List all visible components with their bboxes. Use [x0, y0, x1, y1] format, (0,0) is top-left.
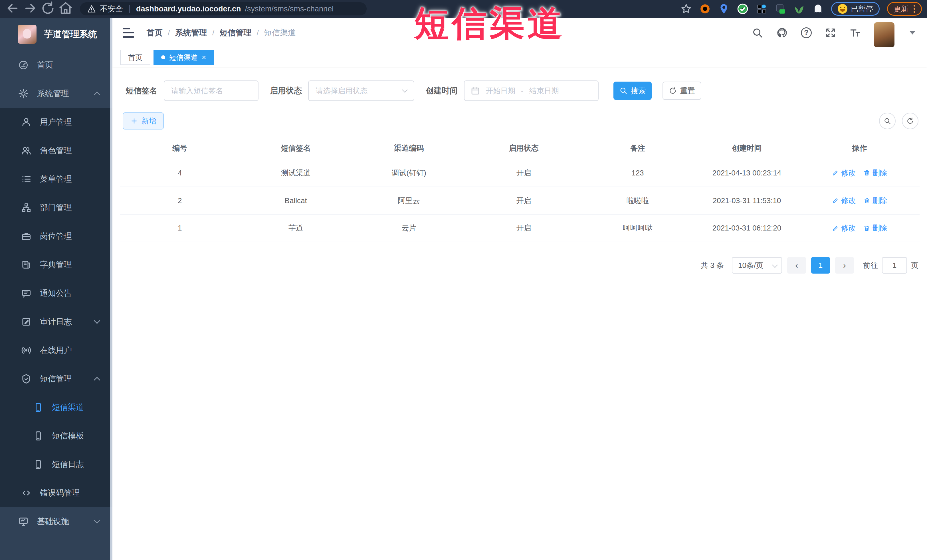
sidebar-item-sms-template[interactable]: 短信模板: [0, 422, 112, 450]
font-size-icon[interactable]: [849, 27, 861, 38]
breadcrumb-separator: /: [257, 28, 259, 37]
breadcrumb-sms[interactable]: 短信管理: [220, 27, 252, 38]
sidebar-item-sms-channel[interactable]: 短信渠道: [0, 393, 112, 422]
extension-ghost-icon[interactable]: [812, 3, 824, 15]
browser-home-button[interactable]: [58, 2, 73, 16]
breadcrumb-system[interactable]: 系统管理: [175, 27, 207, 38]
edit-icon: [832, 170, 839, 176]
help-icon[interactable]: ?: [801, 27, 812, 38]
sidebar-item-label: 错误码管理: [40, 487, 80, 498]
fullscreen-icon[interactable]: [825, 27, 836, 38]
edit-label: 修改: [841, 223, 856, 233]
add-button[interactable]: 新增: [123, 112, 164, 129]
extension-grid-icon[interactable]: [756, 3, 767, 15]
sidebar-item-roles[interactable]: 角色管理: [0, 137, 112, 165]
extension-check-icon[interactable]: [737, 3, 748, 15]
sidebar: 芋道管理系统 首页 系统管理 用户管理 角色管理 菜单管理 部门管理 岗位管理 …: [0, 18, 112, 560]
sidebar-item-infrastructure[interactable]: 基础设施: [0, 507, 112, 536]
refresh-table-button[interactable]: [902, 113, 918, 129]
github-icon[interactable]: [777, 27, 788, 38]
next-page-button[interactable]: ›: [835, 257, 854, 273]
sidebar-item-dictionary[interactable]: 字典管理: [0, 250, 112, 279]
sidebar-item-sms-log[interactable]: 短信日志: [0, 450, 112, 479]
browser-extensions-area: 已暂停 更新: [681, 2, 922, 16]
sidebar-item-menus[interactable]: 菜单管理: [0, 165, 112, 193]
sidebar-item-users[interactable]: 用户管理: [0, 108, 112, 137]
breadcrumb-home[interactable]: 首页: [147, 27, 163, 38]
tab-active-dot: [161, 55, 165, 59]
cell-code: 云片: [352, 223, 466, 233]
cell-status: 开启: [466, 223, 582, 233]
browser-forward-button[interactable]: [23, 2, 38, 16]
address-bar[interactable]: 不安全 dashboard.yudao.iocoder.cn/system/sm…: [80, 2, 367, 15]
search-button-label: 搜索: [631, 86, 646, 96]
edit-link[interactable]: 修改: [832, 223, 856, 233]
profile-paused-chip[interactable]: 已暂停: [831, 2, 880, 16]
user-avatar[interactable]: [874, 22, 895, 47]
table-toolbar: 新增: [123, 112, 918, 129]
caret-down-icon[interactable]: [909, 31, 916, 35]
extension-donut-icon[interactable]: [699, 3, 711, 15]
toggle-search-button[interactable]: [879, 113, 896, 129]
status-label: 启用状态: [270, 85, 302, 96]
url-path: /system/sms/sms-channel: [245, 5, 334, 14]
sidebar-item-system[interactable]: 系统管理: [0, 79, 112, 108]
online-signal-icon: [21, 345, 31, 355]
sidebar-item-online-users[interactable]: 在线用户: [0, 336, 112, 364]
date-range-picker[interactable]: 开始日期 - 结束日期: [464, 80, 599, 101]
column-header-code: 渠道编码: [352, 143, 466, 153]
extension-pin-icon[interactable]: [718, 3, 729, 15]
cell-actions: 修改 删除: [800, 168, 919, 178]
goto-page-input[interactable]: [882, 257, 907, 273]
sidebar-item-announcements[interactable]: 通知公告: [0, 279, 112, 308]
table-header-row: 编号 短信签名 渠道编码 启用状态 备注 创建时间 操作: [120, 138, 919, 159]
refresh-icon: [669, 87, 677, 95]
prev-page-button[interactable]: ‹: [787, 257, 806, 273]
search-icon[interactable]: [752, 27, 763, 38]
sidebar-item-audit-log[interactable]: 审计日志: [0, 308, 112, 336]
breadcrumb-separator: /: [168, 28, 170, 37]
pagination: 共 3 条 10条/页 ‹ 1 › 前往 页: [112, 257, 918, 273]
edit-link[interactable]: 修改: [832, 196, 856, 206]
sidebar-item-departments[interactable]: 部门管理: [0, 193, 112, 222]
edit-link[interactable]: 修改: [832, 168, 856, 178]
page-size-select[interactable]: 10条/页: [732, 257, 782, 273]
status-select[interactable]: 请选择启用状态: [308, 80, 414, 101]
browser-menu-dots-icon[interactable]: [913, 5, 915, 13]
browser-back-button[interactable]: [5, 2, 20, 16]
browser-update-button[interactable]: 更新: [887, 2, 922, 16]
chevron-down-icon: [94, 517, 100, 524]
bookmark-star-icon[interactable]: [681, 3, 692, 15]
app-logo[interactable]: 芋道管理系统: [0, 18, 112, 51]
add-button-label: 新增: [141, 116, 157, 126]
sidebar-item-home[interactable]: 首页: [0, 51, 112, 79]
column-header-id: 编号: [120, 143, 240, 153]
app-title: 芋道管理系统: [44, 28, 97, 40]
paused-label: 已暂停: [851, 4, 873, 14]
extension-leaf-icon[interactable]: [793, 3, 805, 15]
extension-on-badge-icon[interactable]: [775, 3, 786, 15]
cell-signature: 芋道: [240, 223, 351, 233]
cell-id: 1: [120, 224, 240, 232]
current-page-button[interactable]: 1: [811, 257, 830, 273]
tab-close-icon[interactable]: ×: [202, 54, 206, 61]
tab-home[interactable]: 首页: [120, 50, 150, 65]
dictionary-icon: [21, 260, 31, 270]
browser-reload-button[interactable]: [41, 2, 55, 16]
signature-input[interactable]: [164, 80, 258, 101]
sidebar-item-sms-management[interactable]: 短信管理: [0, 364, 112, 393]
chevron-up-icon: [94, 377, 100, 383]
tab-sms-channel[interactable]: 短信渠道 ×: [153, 50, 214, 65]
delete-link[interactable]: 删除: [863, 196, 887, 206]
edit-label: 修改: [841, 196, 856, 206]
sidebar-item-error-codes[interactable]: 错误码管理: [0, 479, 112, 507]
delete-link[interactable]: 删除: [863, 223, 887, 233]
monitor-icon: [18, 516, 29, 527]
search-button[interactable]: 搜索: [614, 82, 652, 100]
cell-code: 阿里云: [352, 196, 466, 206]
hamburger-icon[interactable]: [123, 28, 134, 38]
phone-icon: [33, 402, 43, 413]
reset-button[interactable]: 重置: [663, 82, 701, 100]
delete-link[interactable]: 删除: [863, 168, 887, 178]
sidebar-item-posts[interactable]: 岗位管理: [0, 222, 112, 250]
